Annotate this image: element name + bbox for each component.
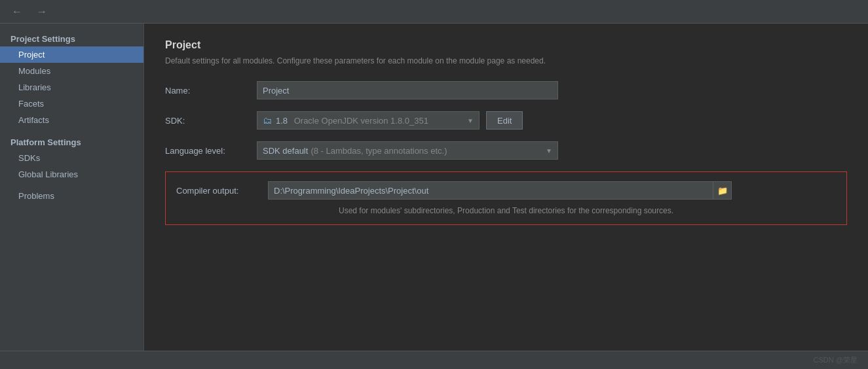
language-arrow-icon: ▼ <box>546 147 552 154</box>
folder-icon: 📁 <box>717 186 728 196</box>
sidebar-item-problems[interactable]: Problems <box>0 188 143 204</box>
sidebar: Project Settings Project Modules Librari… <box>0 24 144 351</box>
top-bar: ← → <box>0 0 868 24</box>
compiler-output-field[interactable]: D:\Programming\IdeaProjects\Project\out <box>268 181 713 200</box>
name-row: Name: <box>165 81 847 99</box>
forward-button[interactable]: → <box>33 5 51 19</box>
back-button[interactable]: ← <box>8 5 26 19</box>
sidebar-item-libraries[interactable]: Libraries <box>0 79 143 96</box>
name-field <box>257 81 847 99</box>
watermark: CSDN @荣星 <box>814 355 858 365</box>
sdk-row: SDK: 🗂 1.8 Oracle OpenJDK version 1.8.0_… <box>165 111 847 130</box>
language-description: (8 - Lambdas, type annotations etc.) <box>311 146 447 156</box>
sdk-folder-icon: 🗂 <box>263 115 272 126</box>
content-description: Default settings for all modules. Config… <box>165 56 847 65</box>
sdk-edit-button[interactable]: Edit <box>486 111 523 130</box>
sdk-controls: 🗂 1.8 Oracle OpenJDK version 1.8.0_351 ▼… <box>257 111 523 130</box>
compiler-output-value: D:\Programming\IdeaProjects\Project\out <box>274 186 428 196</box>
language-default: SDK default <box>263 146 308 156</box>
compiler-output-row: Compiler output: D:\Programming\IdeaProj… <box>176 181 836 200</box>
sdk-detail: Oracle OpenJDK version 1.8.0_351 <box>292 116 428 126</box>
sdk-dropdown[interactable]: 🗂 1.8 Oracle OpenJDK version 1.8.0_351 ▼ <box>257 111 480 130</box>
sidebar-item-project[interactable]: Project <box>0 46 143 63</box>
name-input[interactable] <box>257 81 558 99</box>
language-level-row: Language level: SDK default (8 - Lambdas… <box>165 141 847 160</box>
content-title: Project <box>165 39 847 51</box>
sdk-version: 1.8 <box>276 116 288 126</box>
compiler-output-browse-button[interactable]: 📁 <box>713 181 732 200</box>
main-content: Project Settings Project Modules Librari… <box>0 24 868 351</box>
content-panel: Project Default settings for all modules… <box>144 24 868 351</box>
sidebar-item-sdks[interactable]: SDKs <box>0 150 143 166</box>
project-settings-section: Project Settings <box>0 30 143 46</box>
sidebar-item-global-libraries[interactable]: Global Libraries <box>0 166 143 183</box>
sdk-label: SDK: <box>165 116 257 126</box>
bottom-bar: CSDN @荣星 <box>0 351 868 369</box>
sidebar-item-facets[interactable]: Facets <box>0 96 143 112</box>
name-label: Name: <box>165 86 257 96</box>
sidebar-item-modules[interactable]: Modules <box>0 63 143 79</box>
compiler-hint: Used for modules' subdirectories, Produc… <box>176 206 836 215</box>
language-level-label: Language level: <box>165 146 257 156</box>
sdk-arrow-icon: ▼ <box>467 117 474 124</box>
compiler-output-label: Compiler output: <box>176 186 268 196</box>
language-level-dropdown[interactable]: SDK default (8 - Lambdas, type annotatio… <box>257 141 558 160</box>
sidebar-item-artifacts[interactable]: Artifacts <box>0 112 143 128</box>
compiler-output-section: Compiler output: D:\Programming\IdeaProj… <box>165 171 847 225</box>
platform-settings-section: Platform Settings <box>0 133 143 150</box>
